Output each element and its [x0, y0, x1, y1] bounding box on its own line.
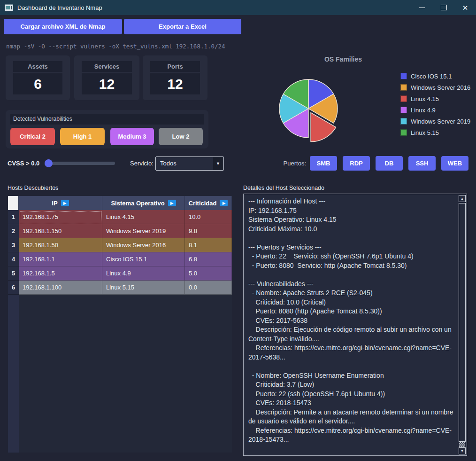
details-panel-title: Detalles del Host Seleccionado [243, 185, 324, 191]
cell-criticidad[interactable]: 9.8 [185, 224, 232, 238]
scroll-down-button[interactable]: ▼ [459, 447, 466, 454]
cell-criticidad[interactable]: 5.0 [185, 266, 232, 281]
vulnerabilities-panel: Detected Vulnerabilities Critical 2 High… [6, 110, 208, 148]
table-header-row: IP ▶ Sistema Operativo ▶ Criticidad ▶ [8, 196, 232, 210]
low-filter-button[interactable]: Low 2 [159, 128, 203, 145]
cell-os[interactable]: Linux 4.15 [102, 210, 185, 224]
medium-filter-button[interactable]: Medium 3 [110, 128, 154, 145]
service-dropdown-value: Todos [160, 157, 177, 170]
legend-swatch [400, 129, 407, 136]
minimize-button[interactable] [411, 0, 433, 15]
cell-os[interactable]: Cisco IOS 15.1 [102, 252, 185, 266]
cell-criticidad[interactable]: 0.0 [185, 281, 232, 295]
table-row[interactable]: 6 192.168.1.100 Linux 5.15 0.0 [8, 281, 232, 295]
host-details-text: --- Información del Host --- IP: 192.168… [248, 197, 454, 453]
stat-label: Services [82, 61, 132, 72]
app-icon [5, 4, 13, 11]
cell-criticidad[interactable]: 8.1 [185, 238, 232, 252]
legend-item: Linux 4.9 [400, 104, 470, 116]
cell-ip[interactable]: 192.168.1.1 [19, 252, 102, 266]
pie-legend: Cisco IOS 15.1 Windows Server 2016 Linux… [400, 70, 470, 138]
stat-box-services: Services 12 [74, 55, 139, 100]
scrollbar-track[interactable] [459, 442, 465, 447]
close-icon: ✕ [462, 4, 468, 11]
legend-label: Windows Server 2016 [411, 84, 470, 91]
stat-box-ports: Ports 12 [143, 55, 207, 100]
maximize-button[interactable] [433, 0, 454, 15]
column-header-os[interactable]: Sistema Operativo ▶ [102, 196, 185, 210]
titlebar: Dashboard de Inventario Nmap ✕ [0, 0, 476, 15]
vulnerabilities-panel-title: Detected Vulnerabilities [10, 114, 204, 125]
cell-os[interactable]: Windows Server 2019 [102, 224, 185, 238]
port-filter-ssh-button[interactable]: SSH [408, 156, 436, 171]
cell-ip[interactable]: 192.168.1.100 [19, 281, 102, 295]
column-header-label: Sistema Operativo [111, 200, 164, 207]
details-scrollbar[interactable]: ▲ ▼ [459, 195, 466, 454]
row-number: 3 [8, 238, 19, 252]
high-filter-button[interactable]: High 1 [60, 128, 105, 145]
cell-ip[interactable]: 192.168.1.150 [19, 224, 102, 238]
hosts-table-title: Hosts Descubiertos [8, 185, 58, 191]
port-filter-db-button[interactable]: DB [376, 156, 403, 171]
legend-item: Windows Server 2019 [400, 116, 470, 127]
table-row[interactable]: 5 192.168.1.5 Linux 4.9 5.0 [8, 266, 232, 281]
column-header-ip[interactable]: IP ▶ [19, 196, 102, 210]
port-filter-web-button[interactable]: WEB [441, 156, 468, 171]
cvss-slider-label: CVSS > 0.0 [8, 160, 39, 167]
legend-swatch [400, 84, 407, 91]
legend-item: Windows Server 2016 [400, 82, 470, 93]
cell-criticidad[interactable]: 10.0 [185, 210, 232, 224]
cell-os[interactable]: Windows Server 2016 [102, 238, 185, 252]
table-row[interactable]: 4 192.168.1.1 Cisco IOS 15.1 6.8 [8, 252, 232, 266]
legend-label: Windows Server 2019 [411, 118, 470, 125]
chevron-down-icon[interactable]: ▼ [213, 157, 223, 170]
nmap-command-text: nmap -sV -O --script vulners -oX test_vu… [6, 43, 225, 50]
maximize-icon [441, 5, 447, 10]
cvss-slider-thumb[interactable] [45, 159, 53, 167]
legend-swatch [400, 118, 407, 125]
service-dropdown[interactable]: Todos ▼ [155, 156, 224, 171]
pie-chart-title: OS Families [282, 55, 404, 63]
column-header-criticidad[interactable]: Criticidad ▶ [185, 196, 232, 210]
port-filter-smb-button[interactable]: SMB [310, 156, 337, 171]
stat-value: 12 [150, 73, 200, 94]
cell-criticidad[interactable]: 6.8 [185, 252, 232, 266]
legend-swatch [400, 95, 407, 102]
os-pie-chart [273, 73, 345, 144]
legend-label: Linux 4.9 [411, 107, 436, 114]
table-row[interactable]: 3 192.168.1.50 Windows Server 2016 8.1 [8, 238, 232, 252]
sort-icon[interactable]: ▶ [220, 200, 228, 206]
table-row[interactable]: 1 192.168.1.75 Linux 4.15 10.0 [8, 210, 232, 224]
row-number: 1 [8, 210, 19, 224]
export-excel-button[interactable]: Exportar a Excel [124, 19, 241, 34]
sort-icon[interactable]: ▶ [61, 200, 69, 206]
table-row[interactable]: 2 192.168.1.150 Windows Server 2019 9.8 [8, 224, 232, 238]
scrollbar-thumb[interactable] [459, 203, 466, 442]
column-header-label: IP [52, 200, 57, 207]
legend-label: Linux 5.15 [411, 129, 439, 136]
minimize-icon [419, 8, 425, 8]
ports-filter-label: Puertos: [268, 160, 306, 167]
cvss-slider-track[interactable] [45, 162, 115, 165]
table-corner-cell[interactable] [8, 196, 19, 210]
service-filter-label: Servicio: [130, 160, 154, 167]
row-number: 5 [8, 266, 19, 281]
legend-swatch [400, 107, 407, 113]
cell-os[interactable]: Linux 5.15 [102, 281, 185, 295]
cell-ip[interactable]: 192.168.1.5 [19, 266, 102, 281]
legend-label: Linux 4.15 [411, 95, 439, 102]
cell-ip[interactable]: 192.168.1.75 [19, 210, 102, 224]
stat-label: Assets [13, 61, 62, 72]
cell-ip[interactable]: 192.168.1.50 [19, 238, 102, 252]
close-button[interactable]: ✕ [454, 0, 476, 15]
port-filter-rdp-button[interactable]: RDP [343, 156, 370, 171]
sort-icon[interactable]: ▶ [168, 200, 176, 206]
hosts-table: IP ▶ Sistema Operativo ▶ Criticidad ▶ 1 … [8, 196, 232, 453]
critical-filter-button[interactable]: Critical 2 [10, 128, 55, 145]
row-number: 4 [8, 252, 19, 266]
stat-box-assets: Assets 6 [6, 55, 70, 100]
scroll-up-button[interactable]: ▲ [459, 195, 466, 202]
cell-os[interactable]: Linux 4.9 [102, 266, 185, 281]
legend-item: Cisco IOS 15.1 [400, 70, 470, 82]
load-xml-button[interactable]: Cargar archivo XML de Nmap [4, 19, 122, 34]
